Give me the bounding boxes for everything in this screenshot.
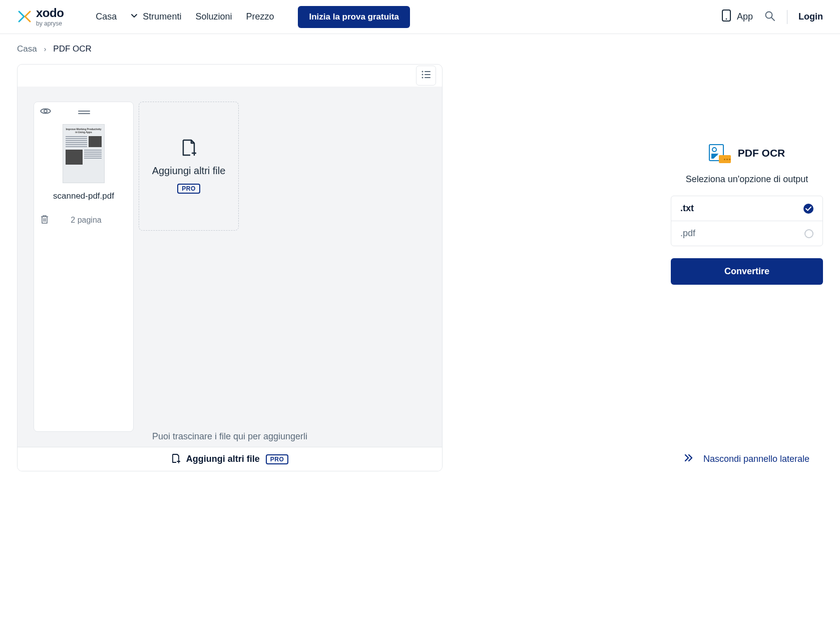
svg-point-4 bbox=[422, 71, 424, 73]
option-label: .txt bbox=[680, 203, 694, 214]
nav-pricing[interactable]: Prezzo bbox=[246, 12, 274, 22]
bottom-add-bar[interactable]: Aggiungi altri file PRO bbox=[18, 447, 442, 471]
list-icon bbox=[421, 71, 431, 81]
svg-point-6 bbox=[422, 74, 424, 76]
xodo-logo-icon bbox=[17, 10, 32, 25]
nav-home[interactable]: Casa bbox=[96, 12, 117, 22]
option-label: .pdf bbox=[680, 228, 695, 239]
file-name: scanned-pdf.pdf bbox=[34, 188, 133, 210]
files-grid[interactable]: Improve Working Productivity in Using Ap… bbox=[18, 87, 442, 447]
svg-line-3 bbox=[771, 18, 774, 21]
breadcrumb-separator: › bbox=[44, 45, 47, 53]
app-header: xodo by apryse Casa Strumenti Soluzioni … bbox=[0, 0, 840, 34]
main-content: Improve Working Productivity in Using Ap… bbox=[0, 64, 840, 471]
bottom-add-label: Aggiungi altri file bbox=[186, 454, 260, 464]
work-area-toolbar bbox=[18, 65, 442, 87]
tool-title: PDF OCR bbox=[738, 147, 785, 159]
output-options: .txt .pdf bbox=[671, 196, 823, 246]
app-link-label: App bbox=[737, 12, 753, 22]
tool-header: PDF OCR bbox=[671, 144, 823, 162]
svg-point-8 bbox=[422, 77, 424, 79]
chevron-double-right-icon bbox=[684, 454, 693, 464]
check-circle-icon bbox=[803, 204, 813, 214]
output-options-label: Seleziona un'opzione di output bbox=[671, 174, 823, 185]
add-files-card[interactable]: Aggiungi altri file PRO bbox=[139, 102, 239, 231]
svg-point-1 bbox=[726, 19, 727, 20]
add-files-label: Aggiungi altri file bbox=[152, 165, 226, 177]
list-view-toggle[interactable] bbox=[416, 66, 436, 86]
file-thumbnail: Improve Working Productivity in Using Ap… bbox=[63, 124, 105, 183]
hide-side-panel[interactable]: Nascondi pannello laterale bbox=[671, 449, 823, 469]
pro-badge: PRO bbox=[266, 454, 289, 464]
start-trial-button[interactable]: Inizia la prova gratuita bbox=[298, 6, 410, 28]
header-divider bbox=[787, 10, 787, 24]
file-add-icon bbox=[181, 139, 196, 158]
svg-rect-9 bbox=[425, 77, 431, 78]
brand-logo[interactable]: xodo by apryse bbox=[17, 7, 64, 27]
file-card[interactable]: Improve Working Productivity in Using Ap… bbox=[34, 102, 134, 432]
breadcrumb-home[interactable]: Casa bbox=[17, 44, 37, 54]
search-button[interactable] bbox=[764, 11, 776, 23]
svg-point-10 bbox=[44, 110, 47, 113]
mobile-icon bbox=[721, 9, 732, 25]
hide-side-panel-label: Nascondi pannello laterale bbox=[703, 454, 809, 464]
login-link[interactable]: Login bbox=[798, 12, 823, 22]
primary-nav: Casa Strumenti Soluzioni Prezzo bbox=[96, 12, 274, 22]
svg-rect-5 bbox=[425, 71, 431, 72]
header-right: App Login bbox=[721, 9, 823, 25]
nav-tools-label: Strumenti bbox=[143, 12, 181, 22]
svg-rect-7 bbox=[425, 74, 431, 75]
drop-hint: Puoi trascinare i file qui per aggiunger… bbox=[18, 431, 442, 442]
output-option-pdf[interactable]: .pdf bbox=[671, 221, 822, 246]
radio-empty-icon bbox=[804, 229, 813, 238]
brand-name: xodo bbox=[36, 7, 64, 19]
preview-icon[interactable] bbox=[40, 107, 51, 117]
nav-tools[interactable]: Strumenti bbox=[131, 12, 181, 22]
pro-badge: PRO bbox=[177, 184, 200, 194]
chevron-down-icon bbox=[131, 13, 138, 22]
side-panel: PDF OCR Seleziona un'opzione di output .… bbox=[671, 64, 823, 469]
pdf-ocr-icon bbox=[709, 144, 731, 162]
nav-solutions[interactable]: Soluzioni bbox=[195, 12, 232, 22]
work-area: Improve Working Productivity in Using Ap… bbox=[17, 64, 443, 471]
delete-file-button[interactable] bbox=[40, 214, 49, 226]
file-add-icon bbox=[171, 453, 180, 465]
breadcrumb: Casa › PDF OCR bbox=[0, 34, 840, 64]
output-option-txt[interactable]: .txt bbox=[671, 196, 822, 221]
drag-handle-icon[interactable] bbox=[78, 110, 90, 115]
page-count: 2 pagina bbox=[55, 216, 127, 225]
app-link[interactable]: App bbox=[721, 9, 753, 25]
breadcrumb-current: PDF OCR bbox=[53, 44, 92, 54]
search-icon bbox=[764, 11, 775, 24]
convert-button[interactable]: Convertire bbox=[671, 258, 823, 285]
brand-subtitle: by apryse bbox=[36, 21, 64, 27]
